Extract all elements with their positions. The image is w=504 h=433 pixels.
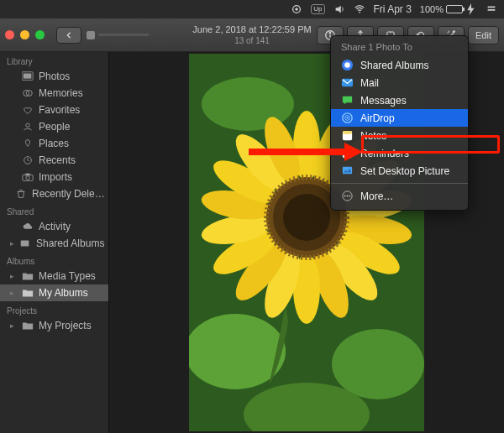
clock-text[interactable]: Fri Apr 3 <box>374 3 412 15</box>
pin-icon <box>22 138 34 149</box>
photos-window: June 2, 2018 at 12:22:59 PM 13 of 141 Ed… <box>0 18 504 433</box>
more-icon <box>341 190 354 202</box>
battery-pct: 100% <box>420 4 444 14</box>
clock-icon <box>22 155 34 165</box>
svg-rect-16 <box>25 174 29 176</box>
close-window-button[interactable] <box>5 30 14 39</box>
sidebar-item-memories[interactable]: Memories <box>0 85 108 102</box>
sidebar-heading: Albums <box>0 252 108 268</box>
sidebar-item-label: Favorites <box>39 104 80 116</box>
sidebar-item-label: Media Types <box>39 270 96 282</box>
sidebar-item-places[interactable]: Places <box>0 135 108 152</box>
screenrec-icon[interactable] <box>291 3 302 15</box>
window-title: June 2, 2018 at 12:22:59 PM 13 of 141 <box>192 24 311 46</box>
folder-icon <box>22 288 34 298</box>
share-menu-label: Set Desktop Picture <box>360 165 449 177</box>
back-button[interactable] <box>56 27 81 44</box>
svg-point-2 <box>359 12 360 13</box>
share-menu: Share 1 Photo To Shared Albums Mail Mess… <box>330 35 469 211</box>
airdrop-icon <box>341 112 354 124</box>
system-menubar: Up Fri Apr 3 100% <box>0 0 504 18</box>
zoom-slider[interactable] <box>87 31 149 39</box>
svg-rect-17 <box>21 241 29 247</box>
share-menu-label: Notes <box>360 130 386 142</box>
trash-icon <box>15 189 27 199</box>
memories-icon <box>22 88 34 98</box>
share-menu-more[interactable]: More… <box>331 187 468 205</box>
minimize-window-button[interactable] <box>20 30 29 39</box>
svg-rect-9 <box>24 74 32 79</box>
annotation-arrow <box>245 141 363 163</box>
sidebar-heading: Shared <box>0 202 108 218</box>
sidebar-heading: Projects <box>0 301 108 317</box>
svg-point-64 <box>349 196 350 197</box>
svg-point-22 <box>332 329 424 399</box>
svg-rect-60 <box>343 167 352 174</box>
sidebar-item-label: Memories <box>39 87 83 99</box>
photo-date: June 2, 2018 at 12:22:59 PM <box>192 24 311 35</box>
sidebar-item-recently-deleted[interactable]: Recently Dele… <box>0 185 108 202</box>
sidebar-item-recents[interactable]: Recents <box>0 152 108 169</box>
photos-icon <box>22 71 34 81</box>
mail-icon <box>341 76 354 89</box>
sidebar-item-label: Activity <box>39 221 71 232</box>
menu-extra-icon[interactable] <box>486 3 497 15</box>
share-menu-shared-albums[interactable]: Shared Albums <box>331 56 468 74</box>
svg-point-63 <box>347 196 349 197</box>
shared-icon <box>19 238 31 248</box>
sidebar-heading: Library <box>0 52 108 68</box>
svg-point-44 <box>283 194 330 241</box>
svg-point-1 <box>296 8 299 11</box>
share-menu-label: Shared Albums <box>360 60 428 71</box>
messages-icon <box>341 94 354 107</box>
svg-point-15 <box>26 176 29 180</box>
sidebar-item-label: Imports <box>39 171 72 183</box>
volume-icon[interactable] <box>333 3 345 15</box>
battery-indicator[interactable]: 100% <box>420 3 477 15</box>
wifi-icon[interactable] <box>354 3 365 15</box>
svg-point-53 <box>346 117 348 118</box>
sidebar-item-label: Places <box>39 138 69 149</box>
sidebar: Library Photos Memories Favorites People… <box>0 52 109 433</box>
share-menu-messages[interactable]: Messages <box>331 91 468 109</box>
sidebar-item-label: Shared Albums <box>36 237 104 249</box>
zoom-window-button[interactable] <box>35 30 45 39</box>
upwork-icon[interactable]: Up <box>311 4 324 14</box>
share-menu-set-desktop[interactable]: Set Desktop Picture <box>331 162 468 180</box>
svg-rect-3 <box>488 7 496 8</box>
svg-point-7 <box>329 32 330 33</box>
sidebar-item-label: Recently Dele… <box>32 188 105 200</box>
sidebar-item-label: People <box>39 121 70 133</box>
edit-button[interactable]: Edit <box>468 26 499 44</box>
share-menu-label: Reminders <box>360 148 409 159</box>
svg-marker-47 <box>344 143 363 161</box>
sidebar-item-photos[interactable]: Photos <box>0 68 108 85</box>
sidebar-item-activity[interactable]: Activity <box>0 218 108 235</box>
notes-icon <box>341 129 354 142</box>
sidebar-item-people[interactable]: People <box>0 118 108 135</box>
sidebar-item-imports[interactable]: Imports <box>0 169 108 185</box>
photo-counter: 13 of 141 <box>192 35 311 46</box>
sidebar-item-label: My Projects <box>39 320 92 331</box>
folder-icon <box>22 321 34 331</box>
svg-point-49 <box>344 62 350 68</box>
sidebar-item-my-albums[interactable]: My Albums <box>0 284 108 301</box>
cloud-icon <box>22 222 34 232</box>
heart-icon <box>22 105 34 115</box>
sidebar-item-media-types[interactable]: Media Types <box>0 268 108 284</box>
share-menu-airdrop[interactable]: AirDrop <box>331 109 468 127</box>
traffic-lights <box>5 30 45 39</box>
share-menu-mail[interactable]: Mail <box>331 74 468 91</box>
desktop-icon <box>341 164 354 177</box>
share-menu-label: More… <box>360 190 393 202</box>
sidebar-item-label: Photos <box>39 70 70 82</box>
sidebar-item-my-projects[interactable]: My Projects <box>0 317 108 334</box>
camera-icon <box>22 172 34 182</box>
svg-rect-4 <box>488 9 496 11</box>
sidebar-item-shared-albums[interactable]: Shared Albums <box>0 235 108 252</box>
sidebar-item-label: Recents <box>39 154 76 166</box>
sidebar-item-label: My Albums <box>39 287 88 299</box>
people-icon <box>22 122 34 132</box>
shared-albums-icon <box>341 59 354 71</box>
sidebar-item-favorites[interactable]: Favorites <box>0 102 108 118</box>
